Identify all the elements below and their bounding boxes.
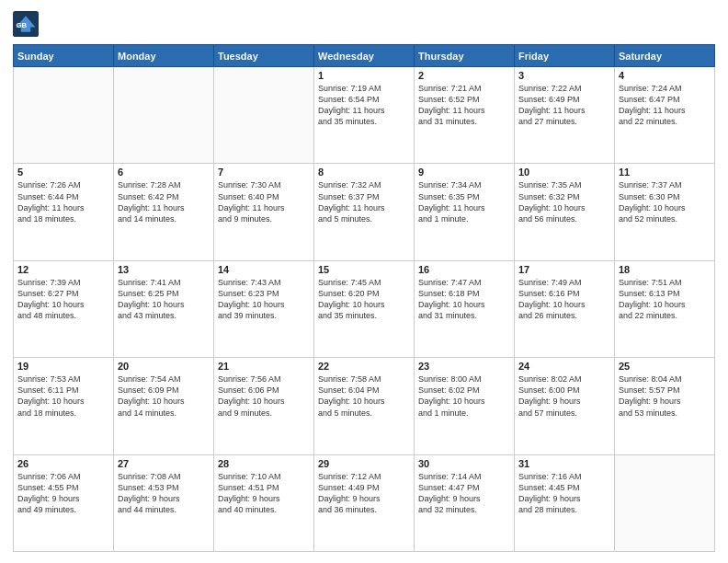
day-number: 5 [17,167,109,178]
day-cell: 2Sunrise: 7:21 AM Sunset: 6:52 PM Daylig… [415,67,515,164]
day-info: Sunrise: 7:22 AM Sunset: 6:49 PM Dayligh… [518,83,610,128]
weekday-header-sunday: Sunday [14,45,114,67]
day-cell: 27Sunrise: 7:08 AM Sunset: 4:53 PM Dayli… [114,454,214,551]
day-info: Sunrise: 7:51 AM Sunset: 6:13 PM Dayligh… [619,277,711,322]
day-number: 22 [318,361,410,372]
day-number: 20 [118,361,210,372]
day-number: 18 [619,264,711,275]
page: GB SundayMondayTuesdayWednesdayThursdayF… [0,0,728,563]
day-info: Sunrise: 7:32 AM Sunset: 6:37 PM Dayligh… [318,179,410,224]
svg-text:GB: GB [17,21,28,29]
day-info: Sunrise: 7:12 AM Sunset: 4:49 PM Dayligh… [318,471,410,516]
week-row-4: 26Sunrise: 7:06 AM Sunset: 4:55 PM Dayli… [14,454,715,551]
day-number: 1 [318,70,410,81]
day-info: Sunrise: 7:53 AM Sunset: 6:11 PM Dayligh… [17,373,109,419]
day-number: 24 [518,361,610,372]
day-cell: 31Sunrise: 7:16 AM Sunset: 4:45 PM Dayli… [515,454,615,551]
day-cell: 17Sunrise: 7:49 AM Sunset: 6:16 PM Dayli… [515,260,615,357]
day-number: 25 [619,361,711,372]
day-number: 9 [418,167,510,178]
day-cell: 12Sunrise: 7:39 AM Sunset: 6:27 PM Dayli… [14,260,114,357]
day-info: Sunrise: 7:14 AM Sunset: 4:47 PM Dayligh… [418,471,510,516]
day-number: 21 [218,361,310,372]
day-number: 11 [619,167,711,178]
day-number: 28 [218,458,310,469]
day-cell: 23Sunrise: 8:00 AM Sunset: 6:02 PM Dayli… [415,358,515,454]
day-info: Sunrise: 7:30 AM Sunset: 6:40 PM Dayligh… [218,179,310,224]
day-number: 7 [218,167,310,178]
week-row-1: 5Sunrise: 7:26 AM Sunset: 6:44 PM Daylig… [14,164,715,260]
day-cell: 22Sunrise: 7:58 AM Sunset: 6:04 PM Dayli… [314,358,415,454]
week-row-2: 12Sunrise: 7:39 AM Sunset: 6:27 PM Dayli… [14,260,715,357]
day-cell: 14Sunrise: 7:43 AM Sunset: 6:23 PM Dayli… [214,260,314,357]
weekday-header-saturday: Saturday [615,45,715,67]
day-info: Sunrise: 7:43 AM Sunset: 6:23 PM Dayligh… [218,277,310,322]
weekday-header-wednesday: Wednesday [314,45,415,67]
day-number: 19 [17,361,109,372]
day-cell: 9Sunrise: 7:34 AM Sunset: 6:35 PM Daylig… [415,164,515,260]
day-cell [615,454,715,551]
day-cell: 5Sunrise: 7:26 AM Sunset: 6:44 PM Daylig… [14,164,114,260]
day-info: Sunrise: 7:47 AM Sunset: 6:18 PM Dayligh… [418,277,510,322]
weekday-header-friday: Friday [515,45,615,67]
day-number: 23 [418,361,510,372]
day-cell: 26Sunrise: 7:06 AM Sunset: 4:55 PM Dayli… [14,454,114,551]
day-info: Sunrise: 7:08 AM Sunset: 4:53 PM Dayligh… [118,471,210,516]
day-cell: 20Sunrise: 7:54 AM Sunset: 6:09 PM Dayli… [114,358,214,454]
day-info: Sunrise: 8:02 AM Sunset: 6:00 PM Dayligh… [518,373,610,419]
day-cell: 18Sunrise: 7:51 AM Sunset: 6:13 PM Dayli… [615,260,715,357]
day-cell: 16Sunrise: 7:47 AM Sunset: 6:18 PM Dayli… [415,260,515,357]
day-info: Sunrise: 7:10 AM Sunset: 4:51 PM Dayligh… [218,471,310,516]
day-info: Sunrise: 7:37 AM Sunset: 6:30 PM Dayligh… [619,179,711,224]
day-cell [114,67,214,164]
day-cell: 28Sunrise: 7:10 AM Sunset: 4:51 PM Dayli… [214,454,314,551]
day-cell [214,67,314,164]
day-cell: 8Sunrise: 7:32 AM Sunset: 6:37 PM Daylig… [314,164,415,260]
day-cell: 29Sunrise: 7:12 AM Sunset: 4:49 PM Dayli… [314,454,415,551]
day-cell: 10Sunrise: 7:35 AM Sunset: 6:32 PM Dayli… [515,164,615,260]
day-info: Sunrise: 7:41 AM Sunset: 6:25 PM Dayligh… [118,277,210,322]
day-info: Sunrise: 7:39 AM Sunset: 6:27 PM Dayligh… [17,277,109,322]
weekday-header-monday: Monday [114,45,214,67]
day-info: Sunrise: 7:21 AM Sunset: 6:52 PM Dayligh… [418,83,510,128]
day-number: 3 [518,70,610,81]
day-cell: 11Sunrise: 7:37 AM Sunset: 6:30 PM Dayli… [615,164,715,260]
logo-icon: GB [13,11,39,37]
day-info: Sunrise: 7:16 AM Sunset: 4:45 PM Dayligh… [518,471,610,516]
logo: GB [13,11,42,37]
day-info: Sunrise: 8:04 AM Sunset: 5:57 PM Dayligh… [619,373,711,419]
day-number: 26 [17,458,109,469]
day-cell: 21Sunrise: 7:56 AM Sunset: 6:06 PM Dayli… [214,358,314,454]
week-row-0: 1Sunrise: 7:19 AM Sunset: 6:54 PM Daylig… [14,67,715,164]
weekday-header-thursday: Thursday [415,45,515,67]
day-info: Sunrise: 7:56 AM Sunset: 6:06 PM Dayligh… [218,373,310,419]
day-cell: 4Sunrise: 7:24 AM Sunset: 6:47 PM Daylig… [615,67,715,164]
day-cell [14,67,114,164]
day-number: 17 [518,264,610,275]
day-number: 16 [418,264,510,275]
day-info: Sunrise: 7:58 AM Sunset: 6:04 PM Dayligh… [318,373,410,419]
day-number: 31 [518,458,610,469]
day-cell: 13Sunrise: 7:41 AM Sunset: 6:25 PM Dayli… [114,260,214,357]
day-cell: 25Sunrise: 8:04 AM Sunset: 5:57 PM Dayli… [615,358,715,454]
day-number: 15 [318,264,410,275]
day-info: Sunrise: 7:34 AM Sunset: 6:35 PM Dayligh… [418,179,510,224]
day-info: Sunrise: 7:24 AM Sunset: 6:47 PM Dayligh… [619,83,711,128]
day-cell: 15Sunrise: 7:45 AM Sunset: 6:20 PM Dayli… [314,260,415,357]
day-info: Sunrise: 8:00 AM Sunset: 6:02 PM Dayligh… [418,373,510,419]
day-cell: 1Sunrise: 7:19 AM Sunset: 6:54 PM Daylig… [314,67,415,164]
day-info: Sunrise: 7:35 AM Sunset: 6:32 PM Dayligh… [518,179,610,224]
week-row-3: 19Sunrise: 7:53 AM Sunset: 6:11 PM Dayli… [14,358,715,454]
day-number: 10 [518,167,610,178]
day-cell: 7Sunrise: 7:30 AM Sunset: 6:40 PM Daylig… [214,164,314,260]
day-info: Sunrise: 7:06 AM Sunset: 4:55 PM Dayligh… [17,471,109,516]
weekday-header-tuesday: Tuesday [214,45,314,67]
day-info: Sunrise: 7:54 AM Sunset: 6:09 PM Dayligh… [118,373,210,419]
day-number: 12 [17,264,109,275]
header: GB [13,11,715,37]
day-info: Sunrise: 7:19 AM Sunset: 6:54 PM Dayligh… [318,83,410,128]
day-info: Sunrise: 7:45 AM Sunset: 6:20 PM Dayligh… [318,277,410,322]
day-number: 27 [118,458,210,469]
day-info: Sunrise: 7:26 AM Sunset: 6:44 PM Dayligh… [17,179,109,224]
day-number: 29 [318,458,410,469]
